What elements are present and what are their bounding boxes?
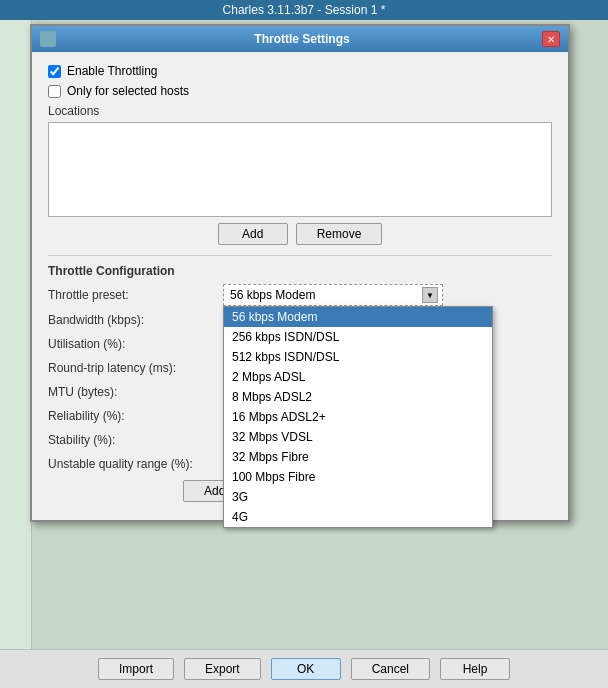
throttle-preset-display[interactable]: 56 kbps Modem ▼	[223, 284, 443, 306]
throttle-preset-value: 56 kbps Modem	[230, 288, 315, 302]
throttle-preset-dropdown[interactable]: 56 kbps Modem 256 kbps ISDN/DSL 512 kbps…	[223, 306, 493, 528]
sidebar-bg	[0, 20, 32, 688]
dropdown-item-2[interactable]: 512 kbps ISDN/DSL	[224, 347, 492, 367]
add-location-button[interactable]: Add	[218, 223, 288, 245]
reliability-label: Reliability (%):	[48, 409, 223, 423]
throttle-preset-select-wrapper[interactable]: 56 kbps Modem ▼ 56 kbps Modem 256 kbps I…	[223, 284, 443, 306]
throttle-preset-row: Throttle preset: 56 kbps Modem ▼ 56 kbps…	[48, 284, 552, 306]
dropdown-item-8[interactable]: 100 Mbps Fibre	[224, 467, 492, 487]
import-button[interactable]: Import	[98, 658, 174, 680]
outer-title-bar: Charles 3.11.3b7 - Session 1 *	[0, 0, 608, 20]
help-button[interactable]: Help	[440, 658, 510, 680]
cancel-button[interactable]: Cancel	[351, 658, 430, 680]
dropdown-item-1[interactable]: 256 kbps ISDN/DSL	[224, 327, 492, 347]
locations-button-row: Add Remove	[48, 223, 552, 245]
throttle-preset-label: Throttle preset:	[48, 288, 223, 302]
dialog-title: Throttle Settings	[62, 32, 542, 46]
bandwidth-label: Bandwidth (kbps):	[48, 313, 223, 327]
select-arrow-icon: ▼	[422, 287, 438, 303]
dialog-body: Enable Throttling Only for selected host…	[32, 52, 568, 520]
dropdown-item-4[interactable]: 8 Mbps ADSL2	[224, 387, 492, 407]
locations-label: Locations	[48, 104, 552, 118]
unstable-range-label: Unstable quality range (%):	[48, 457, 223, 471]
locations-box	[48, 122, 552, 217]
roundtrip-label: Round-trip latency (ms):	[48, 361, 223, 375]
dialog-close-button[interactable]: ✕	[542, 31, 560, 47]
dialog-icon	[40, 31, 56, 47]
remove-location-button[interactable]: Remove	[296, 223, 383, 245]
divider	[48, 255, 552, 256]
throttle-config-header: Throttle Configuration	[48, 264, 552, 278]
dropdown-item-0[interactable]: 56 kbps Modem	[224, 307, 492, 327]
enable-throttling-checkbox[interactable]	[48, 65, 61, 78]
enable-throttling-row: Enable Throttling	[48, 64, 552, 78]
dropdown-item-9[interactable]: 3G	[224, 487, 492, 507]
enable-throttling-label[interactable]: Enable Throttling	[67, 64, 158, 78]
only-selected-hosts-row: Only for selected hosts	[48, 84, 552, 98]
only-selected-hosts-checkbox[interactable]	[48, 85, 61, 98]
footer-bar: Import Export OK Cancel Help	[0, 649, 608, 688]
dropdown-item-5[interactable]: 16 Mbps ADSL2+	[224, 407, 492, 427]
dialog-window: Throttle Settings ✕ Enable Throttling On…	[30, 24, 570, 522]
mtu-label: MTU (bytes):	[48, 385, 223, 399]
outer-title-text: Charles 3.11.3b7 - Session 1 *	[223, 3, 386, 17]
utilisation-label: Utilisation (%):	[48, 337, 223, 351]
dialog-title-bar: Throttle Settings ✕	[32, 26, 568, 52]
dropdown-item-10[interactable]: 4G	[224, 507, 492, 527]
export-button[interactable]: Export	[184, 658, 261, 680]
stability-label: Stability (%):	[48, 433, 223, 447]
dropdown-item-6[interactable]: 32 Mbps VDSL	[224, 427, 492, 447]
dropdown-item-3[interactable]: 2 Mbps ADSL	[224, 367, 492, 387]
dropdown-item-7[interactable]: 32 Mbps Fibre	[224, 447, 492, 467]
only-selected-hosts-label[interactable]: Only for selected hosts	[67, 84, 189, 98]
ok-button[interactable]: OK	[271, 658, 341, 680]
